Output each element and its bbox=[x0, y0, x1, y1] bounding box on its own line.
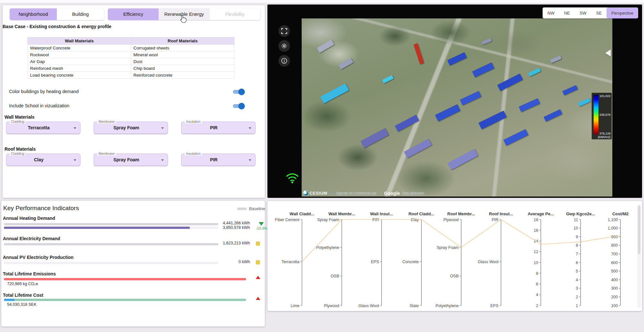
kpi-baseline-bar bbox=[4, 223, 218, 225]
map-building[interactable] bbox=[404, 139, 432, 158]
axis-title: Roof Cladd... bbox=[409, 211, 434, 216]
map-building[interactable] bbox=[320, 83, 349, 104]
axis-title: Roof Membr... bbox=[447, 211, 475, 216]
kpi-bar bbox=[4, 299, 246, 301]
legend-top-value: 101,022 bbox=[599, 94, 610, 98]
view-button-sw[interactable]: SW bbox=[575, 7, 591, 18]
axis-tick-label: 10 bbox=[574, 226, 578, 230]
app-root: NeighborhoodBuilding EfficiencyRenewable… bbox=[0, 0, 644, 332]
map-building[interactable] bbox=[317, 39, 334, 53]
map-3d-panel[interactable]: CESIUM ion Upgrade for commercial use · … bbox=[267, 5, 642, 198]
kpi-indicator-up-red bbox=[256, 297, 260, 300]
wall-cladding-select[interactable]: CladdingTerracotta bbox=[6, 122, 80, 134]
map-building[interactable] bbox=[382, 75, 394, 83]
toggle-row-color-buildings: Color buildings by heating demand bbox=[9, 88, 254, 96]
map-building[interactable] bbox=[448, 149, 478, 170]
map-building[interactable] bbox=[578, 98, 591, 106]
axis-tick-label: 3 bbox=[576, 286, 578, 291]
chart-scrollbar-thumb[interactable] bbox=[638, 206, 640, 254]
heating-demand-color-legend: 101,022 239,576 378,129 (kWh/m2) bbox=[592, 93, 612, 139]
wall-insulation-select[interactable]: InsulationPIR bbox=[181, 122, 255, 134]
map-building[interactable] bbox=[479, 111, 507, 129]
chart-scrollbar[interactable] bbox=[637, 204, 641, 308]
select-value: Spray Foam bbox=[94, 154, 159, 166]
tab-neighborhood[interactable]: Neighborhood bbox=[10, 8, 57, 20]
color-buildings-toggle[interactable] bbox=[232, 89, 245, 95]
triangle-down-icon bbox=[259, 222, 264, 226]
tab-efficiency[interactable]: Efficiency bbox=[108, 8, 159, 20]
square-neutral-icon bbox=[256, 241, 260, 246]
axis-tick-label: 300 bbox=[611, 286, 618, 291]
aerial-map-view[interactable]: CESIUM ion Upgrade for commercial use · … bbox=[302, 18, 612, 197]
materials-table-cell: Air Gap bbox=[28, 58, 131, 65]
tab-building[interactable]: Building bbox=[57, 8, 104, 20]
axis-tick-label: 12 bbox=[534, 250, 538, 254]
fullscreen-button[interactable] bbox=[278, 25, 290, 37]
view-button-nw[interactable]: NW bbox=[543, 7, 559, 18]
parallel-coordinates-chart[interactable]: Wall Cladd...Fiber CementTerracottaLimeW… bbox=[267, 201, 642, 311]
select-value: PIR bbox=[182, 154, 246, 166]
roof-cladding-select[interactable]: CladdingClay bbox=[6, 154, 80, 166]
map-building[interactable] bbox=[338, 58, 353, 70]
view-button-ne[interactable]: NE bbox=[559, 7, 575, 18]
axis-tick-label: 7 bbox=[576, 252, 578, 256]
map-building[interactable] bbox=[395, 115, 419, 132]
view-button-perspective[interactable]: Perspective bbox=[607, 7, 638, 18]
kpi-label-total-lifetime-cost: Total Lifetime Cost bbox=[3, 293, 43, 298]
kpi-value: 54,030,318 SEK bbox=[7, 302, 36, 307]
axis-tick-label: 1 bbox=[576, 304, 578, 308]
map-building[interactable] bbox=[544, 109, 563, 122]
axis-tick-label: 5 bbox=[576, 269, 578, 273]
map-building[interactable] bbox=[447, 52, 467, 65]
map-building[interactable] bbox=[460, 91, 481, 105]
axis-tick-label: 500 bbox=[611, 269, 618, 273]
fullscreen-icon bbox=[281, 28, 287, 34]
chevron-down-icon bbox=[74, 159, 76, 161]
map-building[interactable] bbox=[550, 56, 562, 63]
map-building[interactable] bbox=[413, 43, 424, 64]
axis-tick-label: Glass Wool bbox=[478, 260, 499, 264]
map-building[interactable] bbox=[472, 62, 494, 77]
data-attribution-link[interactable]: Data attribution bbox=[402, 191, 424, 195]
axis-tick-label: 4 bbox=[576, 278, 578, 282]
settings-button[interactable] bbox=[278, 40, 290, 52]
map-building[interactable] bbox=[497, 74, 523, 91]
map-building[interactable] bbox=[435, 104, 460, 121]
axis-tick-label: 700 bbox=[611, 252, 618, 256]
materials-table-row: Waterproof ConcreteCorrugated sheets bbox=[28, 45, 234, 51]
kpi-bar bbox=[4, 278, 246, 280]
axis-tick-label: 1,000 bbox=[608, 226, 618, 230]
materials-table-cell: Reinforced mesh bbox=[28, 65, 131, 72]
map-building[interactable] bbox=[504, 129, 528, 145]
baseline-legend-label: Baseline bbox=[249, 206, 265, 211]
base-case-title: Base Case - Existing construction & ener… bbox=[3, 24, 111, 29]
axis-tick-label: 800 bbox=[611, 243, 618, 248]
view-button-se[interactable]: SE bbox=[591, 7, 607, 18]
map-building[interactable] bbox=[519, 98, 540, 112]
kpi-title: Key Performance Indicators bbox=[3, 205, 79, 212]
map-building[interactable] bbox=[482, 38, 492, 45]
select-value: Clay bbox=[6, 154, 71, 166]
scope-tabgroup: NeighborhoodBuilding bbox=[10, 8, 104, 20]
axis-tick-label: 2 bbox=[576, 295, 578, 299]
tab-flexibility[interactable]: Flexibility bbox=[210, 8, 260, 20]
axis-tick-label: 4 bbox=[536, 293, 538, 297]
map-building[interactable] bbox=[562, 85, 578, 95]
map-building[interactable] bbox=[360, 128, 389, 148]
include-school-toggle[interactable] bbox=[232, 103, 245, 109]
cesium-globe-icon bbox=[303, 190, 308, 196]
roof-membrane-select[interactable]: MembraneSpray Foam bbox=[94, 154, 168, 166]
wall-membrane-select[interactable]: MembraneSpray Foam bbox=[94, 122, 168, 134]
map-building[interactable] bbox=[528, 68, 541, 76]
roof-insulation-select[interactable]: InsulationPIR bbox=[181, 154, 255, 166]
axis-tick-label: Plywood bbox=[324, 304, 339, 308]
info-button[interactable] bbox=[278, 55, 290, 67]
kpi-indicator-square-yellow bbox=[256, 260, 260, 264]
kpi-indicator-down-green: -13.3% bbox=[256, 222, 267, 230]
axis-tick-label: 16 bbox=[534, 228, 538, 233]
axis-tick-label: EPS bbox=[371, 260, 379, 264]
materials-table-cell: Chip board bbox=[131, 65, 234, 72]
axis-title: Gwp Kgco2e... bbox=[566, 211, 595, 216]
cesium-logo[interactable]: CESIUM ion bbox=[303, 190, 334, 196]
upgrade-link[interactable]: Upgrade for commercial use bbox=[336, 191, 377, 195]
